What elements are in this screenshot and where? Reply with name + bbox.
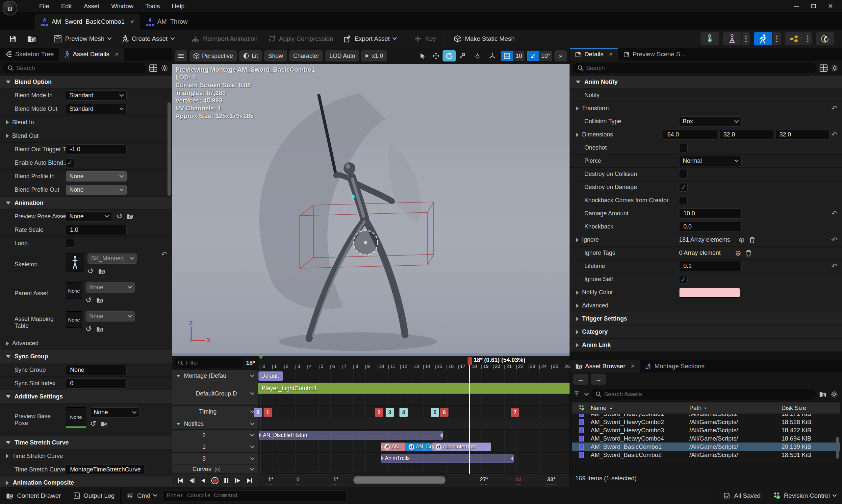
blend-mode-in-dropdown[interactable]: Standard	[66, 90, 127, 101]
timeline-lanes[interactable]: 0123456789101112131415161718192021222324…	[258, 356, 569, 474]
browse-icon[interactable]	[101, 420, 108, 427]
asset-table-header[interactable]: Name▲ Path▲ Disk Size	[572, 402, 840, 414]
cmd-dropdown[interactable]: Cmd	[121, 487, 162, 504]
expander-icon[interactable]	[576, 317, 579, 321]
scrollbar[interactable]	[168, 102, 171, 196]
search-assets-input[interactable]	[604, 391, 811, 398]
skeleton-mode-button[interactable]	[701, 32, 719, 46]
curves-lane[interactable]	[258, 465, 569, 474]
range-start-value[interactable]: -1*	[266, 476, 274, 485]
timing-marker-7[interactable]: 7	[511, 408, 519, 417]
track-label-group[interactable]: DefaultGroup.D	[172, 382, 258, 406]
section-time-stretch-curve[interactable]: Time Stretch Curve	[0, 436, 172, 449]
expander-icon[interactable]	[576, 132, 579, 137]
skeleton-dropdown[interactable]: SK_Manneq	[88, 253, 137, 264]
minimize-button[interactable]	[792, 2, 801, 11]
reset-to-default-icon[interactable]: ↶	[831, 262, 842, 271]
playhead-handle[interactable]	[468, 357, 472, 365]
timeline-filter[interactable]	[175, 358, 244, 368]
gear-icon[interactable]	[831, 64, 839, 72]
tab-am-sword-basiccombo1[interactable]: AM_Sword_BasicCombo1 ✕	[35, 14, 140, 30]
timing-marker-5[interactable]: 5	[431, 408, 439, 417]
menu-asset[interactable]: Asset	[79, 1, 104, 11]
section-additive-settings[interactable]: Additive Settings	[0, 390, 172, 403]
column-path[interactable]: Path▲	[689, 405, 782, 412]
notify-state-animtrails[interactable]: AnimTrails	[381, 454, 514, 463]
notifies-header-lane[interactable]	[258, 418, 569, 430]
maximize-button[interactable]	[809, 2, 818, 11]
sync-slot-index-input[interactable]: 0	[66, 378, 127, 389]
tab-details[interactable]: Details ✕	[570, 48, 618, 60]
search-input[interactable]	[16, 65, 142, 72]
key-button[interactable]: Key	[410, 32, 440, 46]
notify-lane-3[interactable]: AnimTrails	[258, 453, 569, 465]
tab-montage-sections[interactable]: Montage Sections	[640, 360, 710, 373]
preview-mesh-button[interactable]: Preview Mesh	[50, 32, 115, 46]
skeleton-thumbnail[interactable]	[66, 253, 84, 272]
destroy-on-damage-checkbox[interactable]	[679, 183, 688, 192]
menu-window[interactable]: Window	[107, 1, 138, 11]
select-tool-icon[interactable]	[416, 50, 429, 61]
character-button[interactable]: Character	[289, 50, 323, 61]
play-start-marker[interactable]	[259, 356, 263, 359]
expander-icon[interactable]	[6, 454, 9, 458]
knockback-input[interactable]: 0.0	[679, 221, 742, 232]
pierce-dropdown[interactable]: Normal	[679, 156, 742, 166]
move-tool-icon[interactable]	[429, 50, 442, 61]
range-end-value[interactable]: 33*	[547, 476, 556, 485]
notify-lane-2[interactable]: AN_DisableHitstun	[258, 430, 569, 441]
trash-icon[interactable]	[745, 250, 752, 257]
use-selected-icon[interactable]: ↺	[86, 325, 91, 334]
column-name[interactable]: Name▲	[591, 405, 689, 412]
perspective-button[interactable]: Perspective	[190, 50, 237, 61]
track-label-montage[interactable]: Montage (Defau	[172, 370, 258, 382]
expander-icon[interactable]	[576, 303, 579, 308]
timing-marker-4[interactable]: 4	[400, 408, 408, 417]
lod-auto-button[interactable]: LOD Auto	[326, 50, 359, 61]
reset-to-default-icon[interactable]: ↶	[831, 236, 842, 244]
console-command-input[interactable]	[162, 490, 347, 501]
kebab-menu-icon[interactable]	[741, 32, 750, 46]
total-frames-value[interactable]: 34	[515, 476, 521, 485]
blend-profile-in-dropdown[interactable]: None	[66, 171, 127, 181]
section-animation-composite[interactable]: Animation Composite	[0, 476, 172, 487]
back-button[interactable]: ←	[573, 374, 588, 385]
preview-viewport[interactable]: Perspective Lit Show Character LOD Auto …	[172, 48, 569, 354]
timeline-scrollbar[interactable]	[353, 476, 445, 484]
chevron-down-icon[interactable]	[584, 391, 589, 396]
show-button[interactable]: Show	[264, 50, 287, 61]
asset-search[interactable]	[591, 389, 816, 399]
viewport-menu-button[interactable]	[175, 50, 187, 61]
search-input[interactable]	[586, 65, 812, 72]
close-window-button[interactable]: ✕	[826, 2, 835, 11]
blueprint-mode-button[interactable]	[785, 32, 812, 46]
go-to-end-button[interactable]	[244, 476, 255, 485]
tab-preview-scene-settings[interactable]: Preview Scene S...	[618, 48, 691, 60]
browse-to-asset-button[interactable]	[23, 32, 40, 46]
revision-control-button[interactable]: Revision Control	[767, 487, 842, 504]
loop-checkbox[interactable]	[66, 239, 74, 248]
trash-icon[interactable]	[749, 236, 755, 244]
filter-icon[interactable]	[574, 391, 582, 397]
rate-scale-input[interactable]: 1.0	[66, 225, 127, 235]
expander-icon[interactable]	[576, 330, 579, 334]
reset-to-default-icon[interactable]: ↶	[831, 130, 842, 139]
asset-mapping-thumbnail[interactable]: None	[66, 311, 82, 328]
browse-icon[interactable]	[96, 297, 103, 303]
use-selected-icon[interactable]: ↺	[117, 212, 122, 221]
viewport-canvas[interactable]: Previewing Montage AM_Sword_BasicCombo1 …	[172, 64, 569, 354]
notify-color-swatch[interactable]	[679, 288, 740, 298]
section-sync-group[interactable]: Sync Group	[0, 350, 172, 363]
track-label-2[interactable]: 2	[172, 430, 258, 441]
reset-to-default-icon[interactable]: ↶	[831, 210, 842, 218]
gear-icon[interactable]	[830, 390, 838, 398]
viewport-more-button[interactable]: »	[555, 50, 567, 61]
folder-user-icon[interactable]	[819, 391, 827, 398]
step-forward-button[interactable]	[233, 476, 243, 485]
create-asset-button[interactable]: Create Asset	[117, 32, 178, 46]
rotation-snap-toggle[interactable]: 10°	[527, 51, 552, 61]
camera-speed-icon[interactable]	[471, 50, 484, 61]
slot-lane[interactable]: Player_LightCombo1	[258, 382, 569, 406]
dimensions-z-input[interactable]: 32.0	[775, 129, 829, 140]
time-stretch-curve-name-input[interactable]: MontageTimeStretchCurve	[66, 465, 145, 475]
